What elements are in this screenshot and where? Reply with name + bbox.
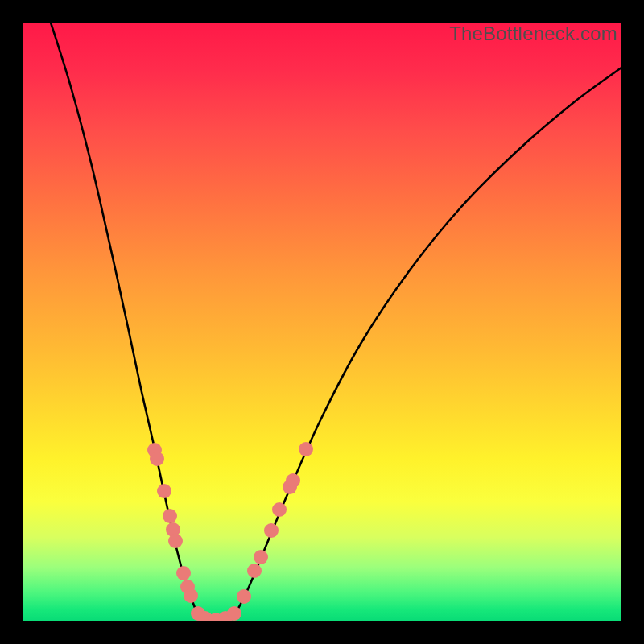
curve-canvas — [23, 23, 621, 621]
data-dot — [286, 473, 300, 488]
data-dot — [299, 442, 313, 456]
data-dot — [157, 484, 171, 498]
bottleneck-curve — [51, 23, 621, 621]
v-curve-path — [51, 23, 621, 621]
data-dot — [254, 550, 268, 564]
data-dot — [168, 534, 183, 548]
data-dot — [264, 523, 279, 538]
chart-frame: TheBottleneck.com — [0, 0, 644, 644]
data-dot — [150, 452, 164, 466]
data-dots — [147, 442, 313, 621]
data-dot — [272, 502, 287, 517]
plot-area: TheBottleneck.com — [23, 23, 621, 621]
data-dot — [163, 509, 177, 523]
data-dot — [227, 606, 242, 621]
data-dot — [176, 566, 191, 580]
data-dot — [247, 564, 262, 578]
data-dot — [237, 589, 251, 604]
data-dot — [184, 588, 198, 603]
